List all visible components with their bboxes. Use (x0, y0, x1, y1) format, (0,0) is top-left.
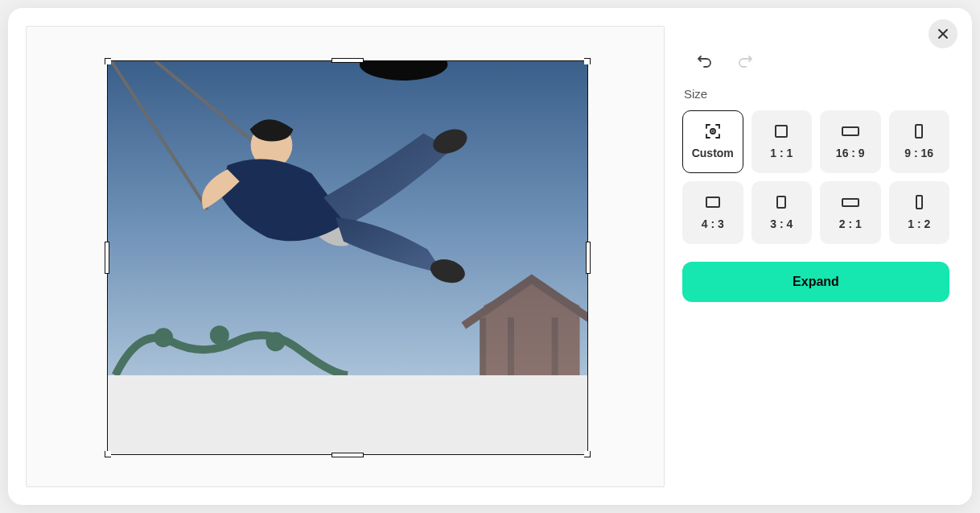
svg-point-15 (712, 131, 713, 132)
ratio-icon (841, 195, 860, 209)
crop-handle-top[interactable] (331, 58, 364, 63)
size-option-label: 3 : 4 (770, 217, 793, 230)
undo-icon (697, 55, 713, 71)
size-section-label: Size (684, 87, 949, 101)
expand-button-label: Expand (793, 275, 839, 288)
history-controls (695, 53, 949, 72)
canvas-pane (8, 8, 682, 505)
ratio-icon (772, 124, 791, 139)
size-option-3-4[interactable]: 3 : 4 (751, 181, 813, 244)
expand-modal: Size Custom1 : 116 : 99 : 164 : 33 : 42 … (8, 8, 972, 505)
crop-handle-right[interactable] (586, 242, 591, 274)
redo-icon (737, 55, 753, 71)
ratio-icon (841, 124, 860, 139)
size-option-label: 16 : 9 (836, 147, 865, 159)
size-option-label: 1 : 2 (908, 217, 930, 230)
ratio-icon (703, 195, 723, 209)
close-icon (937, 27, 949, 40)
undo-button[interactable] (695, 53, 714, 72)
crop-handle-left[interactable] (105, 242, 109, 274)
svg-rect-7 (480, 317, 486, 375)
crop-handle-br[interactable] (584, 451, 591, 457)
ratio-icon (909, 124, 929, 139)
crop-handle-bottom[interactable] (331, 453, 364, 457)
crop-handle-tr[interactable] (584, 58, 591, 64)
ratio-icon (909, 195, 929, 209)
source-image (108, 61, 587, 375)
size-option-label: 4 : 3 (702, 217, 724, 230)
size-options-grid: Custom1 : 116 : 99 : 164 : 33 : 42 : 11 … (682, 110, 949, 244)
size-option-16-9[interactable]: 16 : 9 (820, 110, 881, 173)
size-option-2-1[interactable]: 2 : 1 (820, 181, 881, 244)
crop-handle-tl[interactable] (105, 58, 111, 64)
size-option-1-2[interactable]: 1 : 2 (889, 181, 950, 244)
size-option-1-1[interactable]: 1 : 1 (751, 110, 813, 173)
ratio-icon (772, 195, 791, 209)
svg-point-1 (158, 332, 169, 343)
image-canvas[interactable] (26, 26, 665, 487)
svg-rect-6 (552, 317, 558, 375)
svg-point-3 (270, 336, 281, 347)
svg-point-2 (214, 329, 225, 341)
size-option-label: 1 : 1 (770, 147, 793, 159)
size-option-label: 9 : 16 (904, 147, 933, 159)
expand-button[interactable]: Expand (682, 262, 949, 302)
crop-frame[interactable] (107, 60, 588, 455)
custom-size-icon (703, 124, 723, 139)
close-button[interactable] (929, 19, 957, 48)
crop-handle-bl[interactable] (105, 451, 111, 457)
size-option-label: Custom (692, 147, 734, 159)
size-option-label: 2 : 1 (839, 217, 862, 230)
size-option-9-16[interactable]: 9 : 16 (889, 110, 950, 173)
controls-pane: Size Custom1 : 116 : 99 : 164 : 33 : 42 … (682, 8, 972, 505)
size-option-4-3[interactable]: 4 : 3 (682, 181, 743, 244)
redo-button (735, 53, 755, 72)
svg-rect-5 (508, 317, 514, 375)
size-option-custom[interactable]: Custom (682, 110, 743, 173)
expand-region (108, 375, 587, 454)
